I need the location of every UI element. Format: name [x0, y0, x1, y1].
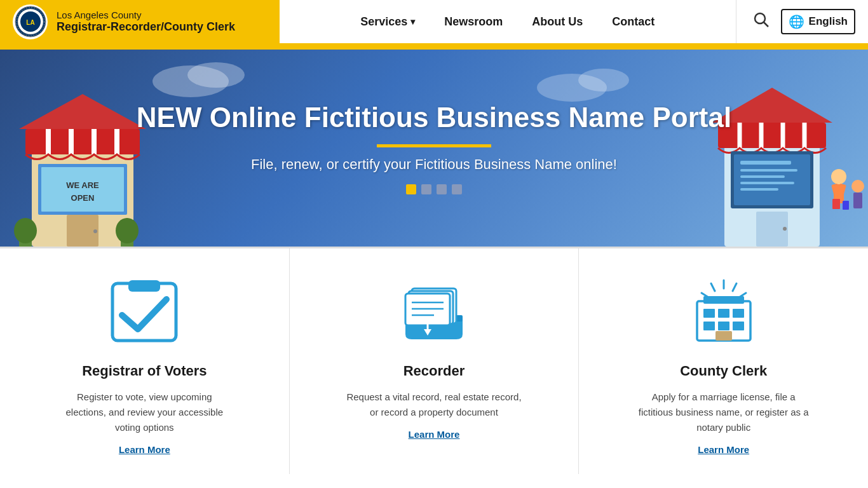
- svg-rect-74: [733, 322, 744, 330]
- svg-text:LA: LA: [26, 19, 34, 26]
- clerk-link[interactable]: Learn More: [698, 444, 749, 455]
- voters-desc: Register to vote, view upcoming election…: [55, 390, 233, 435]
- voters-icon: [103, 274, 186, 350]
- svg-rect-34: [740, 175, 785, 178]
- svg-point-40: [831, 169, 846, 184]
- svg-point-49: [187, 62, 245, 88]
- nav-newsroom[interactable]: Newsroom: [433, 10, 514, 34]
- chevron-down-icon: ▾: [410, 17, 415, 27]
- hero-subtitle: File, renew, or certify your Fictitious …: [149, 156, 719, 173]
- svg-point-46: [851, 180, 864, 193]
- svg-point-38: [783, 227, 787, 231]
- svg-rect-22: [121, 234, 133, 247]
- card-voters: Registrar of Voters Register to vote, vi…: [0, 248, 290, 474]
- recorder-title: Recorder: [403, 363, 465, 379]
- svg-text:WE ARE: WE ARE: [66, 180, 99, 190]
- globe-icon: 🌐: [789, 14, 804, 29]
- main-nav: Services ▾ Newsroom About Us Contact: [280, 0, 736, 43]
- svg-rect-24: [724, 139, 820, 247]
- svg-rect-71: [733, 309, 744, 318]
- svg-text:OPEN: OPEN: [71, 193, 95, 203]
- svg-point-50: [537, 74, 607, 102]
- svg-point-5: [755, 13, 765, 24]
- header: LA Los Angeles County Registrar-Recorder…: [0, 0, 868, 46]
- logo-text: Los Angeles County Registrar-Recorder/Co…: [57, 10, 235, 34]
- clerk-title: County Clerk: [680, 363, 767, 379]
- svg-line-6: [764, 22, 768, 27]
- hero-dots: [406, 184, 462, 194]
- svg-rect-7: [32, 145, 133, 247]
- svg-line-63: [733, 283, 736, 291]
- card-recorder: Recorder Request a vital record, real es…: [290, 248, 580, 474]
- svg-rect-36: [740, 188, 778, 191]
- cards-section: Registrar of Voters Register to vote, vi…: [0, 247, 868, 474]
- card-clerk: County Clerk Apply for a marriage licens…: [579, 248, 868, 474]
- svg-rect-75: [715, 331, 732, 341]
- language-selector[interactable]: 🌐 English: [781, 9, 855, 34]
- svg-rect-69: [703, 309, 715, 318]
- nav-about[interactable]: About Us: [520, 10, 594, 34]
- svg-rect-32: [740, 161, 791, 165]
- recorder-desc: Request a vital record, real estate reco…: [345, 390, 523, 420]
- hero-dot-4[interactable]: [452, 184, 462, 194]
- svg-rect-13: [38, 164, 127, 215]
- logo-line1: Los Angeles County: [57, 10, 235, 20]
- svg-point-21: [14, 218, 37, 243]
- svg-point-18: [93, 229, 97, 233]
- svg-point-51: [578, 69, 629, 92]
- svg-rect-72: [703, 322, 715, 330]
- svg-rect-53: [128, 280, 160, 292]
- svg-rect-45: [843, 201, 849, 210]
- svg-rect-70: [718, 309, 729, 318]
- hero-dot-2[interactable]: [421, 184, 431, 194]
- svg-rect-41: [834, 184, 844, 203]
- nav-services[interactable]: Services ▾: [349, 10, 426, 34]
- svg-rect-44: [832, 199, 840, 209]
- svg-rect-35: [740, 182, 794, 184]
- svg-rect-30: [731, 151, 813, 208]
- hero-dot-1[interactable]: [406, 184, 416, 194]
- clerk-desc: Apply for a marriage license, file a fic…: [635, 390, 813, 435]
- logo-area[interactable]: LA Los Angeles County Registrar-Recorder…: [0, 0, 280, 43]
- voters-title: Registrar of Voters: [82, 363, 207, 379]
- svg-rect-68: [703, 296, 744, 304]
- svg-point-23: [116, 218, 139, 243]
- hero-dot-3[interactable]: [437, 184, 447, 194]
- svg-rect-20: [19, 234, 32, 247]
- svg-rect-31: [734, 154, 810, 205]
- hero-accent-line: [377, 144, 491, 147]
- svg-rect-37: [756, 212, 788, 247]
- svg-rect-42: [831, 184, 841, 199]
- clerk-icon: [682, 274, 765, 350]
- logo-line2: Registrar-Recorder/County Clerk: [57, 20, 235, 34]
- search-icon[interactable]: [749, 8, 773, 36]
- svg-rect-47: [853, 193, 862, 208]
- hero-banner: WE ARE OPEN: [0, 50, 868, 247]
- svg-rect-33: [740, 169, 797, 172]
- svg-point-48: [153, 65, 229, 97]
- hero-title: NEW Online Fictitious Business Name Port…: [35, 102, 833, 134]
- recorder-icon: [393, 274, 475, 350]
- svg-rect-73: [718, 322, 729, 330]
- recorder-link[interactable]: Learn More: [409, 429, 460, 440]
- svg-rect-43: [836, 184, 846, 199]
- svg-line-65: [711, 283, 715, 291]
- nav-contact[interactable]: Contact: [600, 10, 666, 34]
- svg-rect-14: [41, 167, 124, 212]
- voters-link[interactable]: Learn More: [119, 444, 170, 455]
- logo-seal: LA: [13, 4, 48, 39]
- svg-rect-17: [67, 215, 98, 247]
- header-right: 🌐 English: [736, 0, 868, 43]
